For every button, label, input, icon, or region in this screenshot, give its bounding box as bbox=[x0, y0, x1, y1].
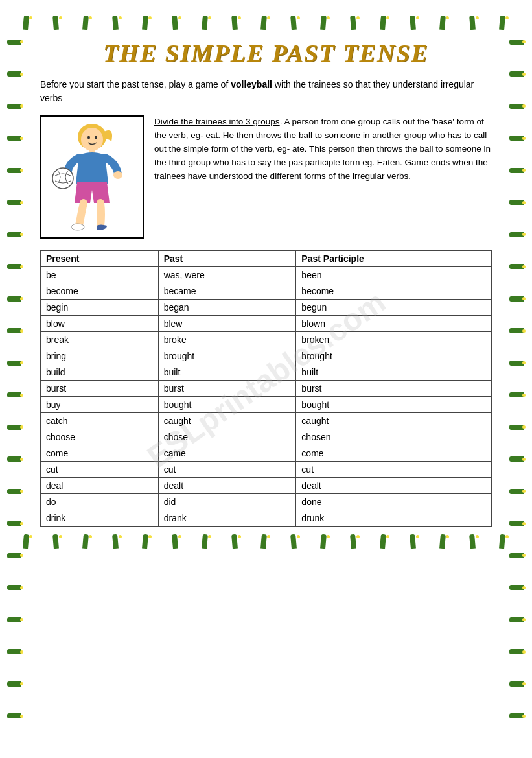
deco-item bbox=[291, 534, 300, 549]
verb-table: PresentPastPast Participle bewas, werebe… bbox=[40, 250, 492, 527]
deco-item bbox=[7, 232, 23, 237]
table-row: becomebecamebecome bbox=[41, 283, 492, 300]
deco-item bbox=[7, 392, 23, 397]
deco-item bbox=[172, 16, 181, 30]
table-row: bewas, werebeen bbox=[41, 267, 492, 283]
table-cell: catch bbox=[41, 413, 159, 429]
table-cell: done bbox=[296, 494, 492, 510]
deco-item bbox=[509, 681, 526, 687]
deco-item bbox=[509, 71, 526, 77]
table-header-cell: Past Participle bbox=[296, 251, 492, 267]
deco-item bbox=[53, 16, 62, 30]
deco-item bbox=[7, 136, 23, 141]
deco-item bbox=[509, 296, 526, 302]
svg-point-6 bbox=[113, 171, 122, 179]
deco-item bbox=[509, 392, 526, 397]
deco-item bbox=[7, 456, 23, 462]
border-top bbox=[13, 13, 519, 32]
page: ESLprintables.com bbox=[0, 0, 532, 758]
table-cell: buy bbox=[41, 397, 159, 413]
deco-item bbox=[7, 585, 23, 590]
table-cell: dealt bbox=[158, 478, 296, 494]
deco-item bbox=[410, 534, 419, 549]
deco-item bbox=[143, 16, 152, 30]
table-row: burstburstburst bbox=[41, 381, 492, 397]
table-cell: burst bbox=[296, 381, 492, 397]
deco-item bbox=[509, 585, 526, 590]
deco-item bbox=[509, 617, 526, 622]
table-cell: do bbox=[41, 494, 159, 510]
table-cell: bought bbox=[296, 397, 492, 413]
table-cell: caught bbox=[296, 413, 492, 429]
table-cell: blew bbox=[158, 316, 296, 332]
table-cell: chosen bbox=[296, 429, 492, 445]
deco-item bbox=[509, 40, 526, 45]
deco-item bbox=[7, 296, 23, 302]
deco-item bbox=[7, 649, 23, 654]
deco-item bbox=[321, 534, 330, 549]
table-cell: bought bbox=[158, 397, 296, 413]
table-cell: became bbox=[158, 283, 296, 300]
table-cell: burst bbox=[158, 381, 296, 397]
table-cell: drink bbox=[41, 510, 159, 527]
table-cell: came bbox=[158, 445, 296, 462]
table-row: choosechosechosen bbox=[41, 429, 492, 445]
deco-item bbox=[380, 16, 389, 30]
table-cell: build bbox=[41, 364, 159, 381]
table-cell: burst bbox=[41, 381, 159, 397]
deco-item bbox=[351, 16, 360, 30]
deco-item bbox=[7, 104, 23, 109]
deco-item bbox=[509, 361, 526, 366]
deco-item bbox=[7, 328, 23, 333]
table-cell: blow bbox=[41, 316, 159, 332]
intro-text: Before you start the past tense, play a … bbox=[40, 78, 492, 105]
table-cell: come bbox=[41, 445, 159, 462]
table-cell: cut bbox=[158, 462, 296, 478]
table-row: buildbuiltbuilt bbox=[41, 364, 492, 381]
table-cell: was, were bbox=[158, 267, 296, 283]
deco-item bbox=[509, 232, 526, 237]
table-cell: chose bbox=[158, 429, 296, 445]
table-cell: been bbox=[296, 267, 492, 283]
intro-bold: volleyball bbox=[231, 79, 272, 89]
deco-item bbox=[113, 534, 122, 549]
table-row: catchcaughtcaught bbox=[41, 413, 492, 429]
deco-item bbox=[509, 713, 526, 718]
deco-item bbox=[509, 425, 526, 430]
table-cell: drank bbox=[158, 510, 296, 527]
deco-item bbox=[509, 521, 526, 526]
svg-point-1 bbox=[81, 128, 103, 151]
deco-item bbox=[509, 553, 526, 558]
table-cell: be bbox=[41, 267, 159, 283]
table-cell: built bbox=[296, 364, 492, 381]
deco-item bbox=[321, 16, 330, 30]
border-left bbox=[3, 26, 27, 732]
deco-item bbox=[509, 168, 526, 173]
table-row: bringbroughtbrought bbox=[41, 348, 492, 364]
deco-item bbox=[83, 16, 92, 30]
deco-item bbox=[7, 200, 23, 205]
title-section: THE SIMPLE PAST TENSE bbox=[40, 39, 492, 67]
table-cell: caught bbox=[158, 413, 296, 429]
deco-item bbox=[7, 489, 23, 494]
deco-item bbox=[440, 16, 449, 30]
table-cell: brought bbox=[158, 348, 296, 364]
deco-item bbox=[509, 649, 526, 654]
deco-item bbox=[202, 16, 211, 30]
deco-item bbox=[7, 168, 23, 173]
deco-item bbox=[232, 534, 241, 549]
deco-item bbox=[380, 534, 389, 549]
deco-item bbox=[470, 534, 479, 549]
table-cell: blown bbox=[296, 316, 492, 332]
deco-item bbox=[7, 521, 23, 526]
deco-item bbox=[7, 71, 23, 77]
table-cell: become bbox=[296, 283, 492, 300]
table-row: dealdealtdealt bbox=[41, 478, 492, 494]
svg-point-2 bbox=[87, 136, 90, 139]
table-cell: brought bbox=[296, 348, 492, 364]
deco-item bbox=[202, 534, 211, 549]
table-cell: broken bbox=[296, 332, 492, 348]
deco-item bbox=[410, 16, 419, 30]
table-cell: choose bbox=[41, 429, 159, 445]
table-cell: cut bbox=[41, 462, 159, 478]
